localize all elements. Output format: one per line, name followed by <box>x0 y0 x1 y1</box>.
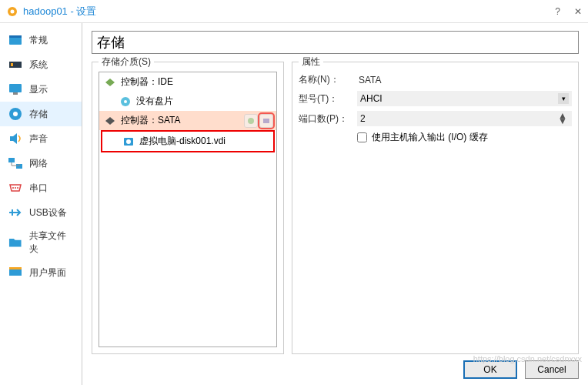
attr-legend: 属性 <box>299 55 323 69</box>
attr-type-select[interactable]: AHCI ▾ <box>357 91 572 106</box>
spin-value: 2 <box>360 113 366 124</box>
tree-label: 控制器：SATA <box>121 114 181 127</box>
svg-rect-7 <box>13 92 18 95</box>
svg-point-22 <box>126 139 131 144</box>
svg-rect-3 <box>9 35 22 38</box>
display-icon <box>8 82 23 97</box>
general-icon <box>8 32 23 48</box>
window-title: hadoop01 - 设置 <box>23 5 555 18</box>
sidebar-item-storage[interactable]: 存储 <box>0 102 82 126</box>
disc-icon <box>119 95 132 108</box>
sata-disk-vdi[interactable]: 虚拟电脑-disk001.vdi <box>102 132 273 151</box>
add-harddisk-button[interactable] <box>259 114 273 128</box>
svg-rect-16 <box>9 267 22 270</box>
attr-port-spinner[interactable]: 2 ▲▼ <box>357 111 572 126</box>
harddisk-icon <box>122 136 135 148</box>
titlebar: hadoop01 - 设置 ? ✕ <box>0 0 588 23</box>
storage-legend: 存储介质(S) <box>99 55 154 69</box>
controller-icon <box>104 76 116 89</box>
sidebar-item-network[interactable]: 网络 <box>0 151 82 176</box>
audio-icon <box>8 131 23 146</box>
serial-icon <box>8 180 23 196</box>
chevron-down-icon: ▾ <box>558 93 569 104</box>
attr-type-label: 型号(T)： <box>299 92 352 105</box>
nav-label: 存储 <box>29 108 48 121</box>
svg-point-12 <box>12 187 14 189</box>
select-value: AHCI <box>360 93 383 104</box>
nav-label: 显示 <box>29 83 48 96</box>
ui-icon <box>8 265 23 280</box>
nav-label: 系统 <box>29 59 48 72</box>
sidebar-item-ui[interactable]: 用户界面 <box>0 260 82 285</box>
io-cache-label: 使用主机输入输出 (I/O) 缓存 <box>372 131 488 144</box>
spin-arrows-icon: ▲▼ <box>558 113 569 124</box>
nav-label: 用户界面 <box>29 266 66 280</box>
svg-point-18 <box>124 100 127 103</box>
nav-label: 共享文件夹 <box>29 229 75 256</box>
sidebar-item-system[interactable]: 系统 <box>0 52 82 77</box>
svg-rect-5 <box>11 63 13 66</box>
svg-point-14 <box>17 187 18 189</box>
tree-label: 控制器：IDE <box>121 75 173 89</box>
svg-rect-6 <box>9 84 22 92</box>
controller-icon <box>104 115 116 127</box>
help-icon[interactable]: ? <box>555 6 560 17</box>
network-icon <box>8 156 23 171</box>
nav-label: 网络 <box>29 157 48 170</box>
sidebar-item-general[interactable]: 常规 <box>0 28 82 52</box>
app-icon <box>6 5 18 18</box>
attr-name-label: 名称(N)： <box>299 73 352 86</box>
controller-ide[interactable]: 控制器：IDE <box>99 72 276 92</box>
tree-label: 没有盘片 <box>136 95 173 108</box>
usb-icon <box>8 205 23 220</box>
storage-devices-panel: 存储介质(S) 控制器：IDE 没有盘片 控制器：SATA <box>92 62 284 354</box>
attributes-panel: 属性 名称(N)： SATA 型号(T)： AHCI ▾ 端口数(P)： 2 ▲… <box>292 62 579 354</box>
sidebar-item-usb[interactable]: USB设备 <box>0 200 82 225</box>
system-icon <box>8 57 23 72</box>
nav-label: 声音 <box>29 132 48 146</box>
storage-icon <box>8 106 23 122</box>
sidebar-item-audio[interactable]: 声音 <box>0 126 82 151</box>
nav-label: 串口 <box>29 182 48 195</box>
add-optical-button[interactable] <box>244 114 258 128</box>
svg-point-19 <box>248 118 254 124</box>
folder-icon <box>8 235 23 250</box>
io-cache-checkbox[interactable] <box>357 132 367 142</box>
page-title: 存储 <box>92 31 579 54</box>
storage-tree[interactable]: 控制器：IDE 没有盘片 控制器：SATA <box>99 72 277 347</box>
watermark: https://blog.csdn.net/csdnxxx <box>473 354 582 363</box>
svg-point-13 <box>15 187 16 189</box>
svg-point-1 <box>11 9 15 13</box>
attr-name-value[interactable]: SATA <box>357 74 572 86</box>
nav-label: USB设备 <box>29 206 67 219</box>
sidebar-item-display[interactable]: 显示 <box>0 77 82 102</box>
svg-point-9 <box>13 112 18 116</box>
ide-empty-disc[interactable]: 没有盘片 <box>99 92 276 111</box>
sidebar: 常规 系统 显示 存储 声音 网络 <box>0 23 82 385</box>
sidebar-item-serial[interactable]: 串口 <box>0 176 82 200</box>
tree-label: 虚拟电脑-disk001.vdi <box>139 135 226 148</box>
close-icon[interactable]: ✕ <box>574 6 582 17</box>
svg-rect-10 <box>8 158 15 162</box>
nav-label: 常规 <box>29 34 48 47</box>
attr-port-label: 端口数(P)： <box>299 112 352 126</box>
controller-sata[interactable]: 控制器：SATA <box>99 111 276 130</box>
svg-rect-20 <box>263 119 269 123</box>
sidebar-item-shared[interactable]: 共享文件夹 <box>0 225 82 260</box>
